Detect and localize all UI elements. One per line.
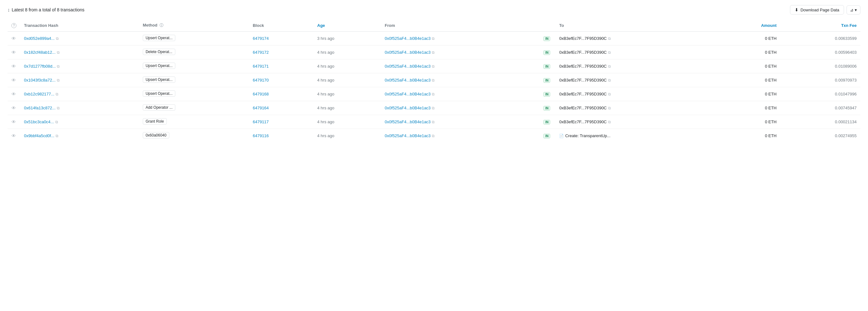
block-link[interactable]: 6479164 [253, 106, 269, 110]
top-bar: ↨ Latest 8 from a total of 8 transaction… [7, 5, 861, 15]
fee-text: 0.00745947 [835, 106, 857, 110]
copy-hash-icon[interactable]: ⧉ [57, 50, 60, 55]
copy-hash-icon[interactable]: ⧉ [56, 134, 58, 138]
col-method: Method ⓘ [139, 20, 249, 32]
copy-to-icon[interactable]: ⧉ [608, 120, 611, 124]
sort-icon: ↨ [7, 7, 10, 12]
tx-hash-link[interactable]: 0xd052e899a4... [24, 36, 55, 41]
block-link[interactable]: 6479171 [253, 64, 269, 68]
to-address: 0xB3efEc7F...7F95D390C [559, 64, 607, 68]
copy-hash-icon[interactable]: ⧉ [55, 120, 58, 124]
age-text: 4 hrs ago [317, 133, 334, 138]
copy-to-icon[interactable]: ⧉ [608, 106, 611, 110]
amount-text: 0 ETH [765, 133, 777, 138]
method-info-icon: ⓘ [159, 23, 163, 28]
block-link[interactable]: 6479172 [253, 50, 269, 55]
eye-icon[interactable]: 👁 [11, 50, 16, 55]
amount-text: 0 ETH [765, 106, 777, 110]
fee-text: 0.01089006 [835, 64, 857, 68]
copy-from-icon[interactable]: ⧉ [432, 106, 435, 110]
copy-from-icon[interactable]: ⧉ [432, 134, 435, 138]
eye-icon[interactable]: 👁 [11, 105, 16, 111]
tx-hash-link[interactable]: 0x51bc3ca0c4... [24, 119, 54, 124]
block-link[interactable]: 6479117 [253, 119, 269, 124]
block-link[interactable]: 6479170 [253, 78, 269, 83]
filter-button[interactable]: ⊿ ▾ [846, 5, 861, 15]
amount-text: 0 ETH [765, 78, 777, 83]
table-row: 👁0x7d1277fb08d...⧉Upsert Operat...647917… [7, 59, 861, 73]
eye-icon[interactable]: 👁 [11, 91, 16, 97]
block-link[interactable]: 6479168 [253, 92, 269, 96]
copy-from-icon[interactable]: ⧉ [432, 50, 435, 55]
copy-from-icon[interactable]: ⧉ [432, 92, 435, 96]
to-address: 0xB3efEc7F...7F95D390C [559, 106, 607, 110]
eye-icon[interactable]: 👁 [11, 36, 16, 41]
fee-text: 0.00274955 [835, 133, 857, 138]
method-badge: Upsert Operat... [143, 63, 175, 69]
download-label: Download Page Data [800, 7, 839, 12]
eye-icon[interactable]: 👁 [11, 133, 16, 138]
copy-hash-icon[interactable]: ⧉ [57, 64, 60, 68]
tx-hash-link[interactable]: 0x614fa13c872... [24, 106, 56, 110]
method-badge: 0x60a06040 [143, 132, 169, 138]
col-block: Block [249, 20, 313, 32]
copy-hash-icon[interactable]: ⧉ [56, 92, 58, 96]
block-link[interactable]: 6479116 [253, 133, 269, 138]
tx-hash-link[interactable]: 0x182cf48ab12... [24, 50, 56, 55]
age-text: 4 hrs ago [317, 119, 334, 124]
copy-to-icon[interactable]: ⧉ [608, 36, 611, 41]
copy-to-icon[interactable]: ⧉ [608, 50, 611, 55]
eye-icon[interactable]: 👁 [11, 78, 16, 83]
table-header-row: ? Transaction Hash Method ⓘ Block Age Fr… [7, 20, 861, 32]
eye-icon[interactable]: 👁 [11, 119, 16, 124]
tx-hash-link[interactable]: 0x9bbf4a5cd0f... [24, 133, 54, 138]
copy-from-icon[interactable]: ⧉ [432, 120, 435, 124]
copy-to-icon[interactable]: ⧉ [608, 64, 611, 68]
table-row: 👁0x51bc3ca0c4...⧉Grant Role64791174 hrs … [7, 115, 861, 129]
eye-icon[interactable]: 👁 [11, 63, 16, 69]
method-badge: Delete Operat... [143, 49, 175, 55]
amount-text: 0 ETH [765, 92, 777, 96]
from-link[interactable]: 0x0f525aF4...b0B4e1ac3 [385, 64, 431, 68]
from-link[interactable]: 0x0f525aF4...b0B4e1ac3 [385, 78, 431, 83]
copy-hash-icon[interactable]: ⧉ [57, 106, 60, 110]
copy-from-icon[interactable]: ⧉ [432, 64, 435, 68]
copy-to-icon[interactable]: ⧉ [608, 92, 611, 96]
col-eye: ? [7, 20, 20, 32]
table-row: 👁0x9bbf4a5cd0f...⧉0x60a0604064791164 hrs… [7, 129, 861, 143]
copy-from-icon[interactable]: ⧉ [432, 36, 435, 41]
block-link[interactable]: 6479174 [253, 36, 269, 41]
age-text: 3 hrs ago [317, 36, 334, 41]
direction-badge: IN [543, 92, 550, 97]
from-link[interactable]: 0x0f525aF4...b0B4e1ac3 [385, 133, 431, 138]
from-link[interactable]: 0x0f525aF4...b0B4e1ac3 [385, 92, 431, 96]
top-bar-actions: ⬇ Download Page Data ⊿ ▾ [790, 5, 861, 15]
amount-text: 0 ETH [765, 119, 777, 124]
fee-text: 0.00021134 [835, 119, 857, 124]
download-button[interactable]: ⬇ Download Page Data [790, 5, 844, 15]
tx-hash-link[interactable]: 0x7d1277fb08d... [24, 64, 56, 68]
method-badge: Upsert Operat... [143, 35, 175, 41]
table-row: 👁0xb12c982177...⧉Upsert Operat...6479168… [7, 87, 861, 101]
from-link[interactable]: 0x0f525aF4...b0B4e1ac3 [385, 119, 431, 124]
summary-text: Latest 8 from a total of 8 transactions [12, 7, 84, 12]
direction-badge: IN [543, 120, 550, 124]
from-link[interactable]: 0x0f525aF4...b0B4e1ac3 [385, 50, 431, 55]
method-badge: Grant Role [143, 118, 167, 124]
direction-badge: IN [543, 134, 550, 138]
copy-hash-icon[interactable]: ⧉ [57, 78, 60, 83]
filter-chevron: ▾ [855, 7, 857, 12]
from-link[interactable]: 0x0f525aF4...b0B4e1ac3 [385, 106, 431, 110]
tx-hash-link[interactable]: 0x1043f3c8a72... [24, 78, 56, 83]
copy-from-icon[interactable]: ⧉ [432, 78, 435, 83]
fee-text: 0.00970973 [835, 78, 857, 83]
method-badge: Upsert Operat... [143, 90, 175, 97]
table-row: 👁0x1043f3c8a72...⧉Upsert Operat...647917… [7, 73, 861, 87]
amount-text: 0 ETH [765, 64, 777, 68]
fee-text: 0.01047996 [835, 92, 857, 96]
tx-hash-link[interactable]: 0xb12c982177... [24, 92, 54, 96]
copy-hash-icon[interactable]: ⧉ [56, 36, 59, 41]
copy-to-icon[interactable]: ⧉ [608, 78, 611, 83]
from-link[interactable]: 0x0f525aF4...b0B4e1ac3 [385, 36, 431, 41]
to-address: 0xB3efEc7F...7F95D390C [559, 78, 607, 83]
